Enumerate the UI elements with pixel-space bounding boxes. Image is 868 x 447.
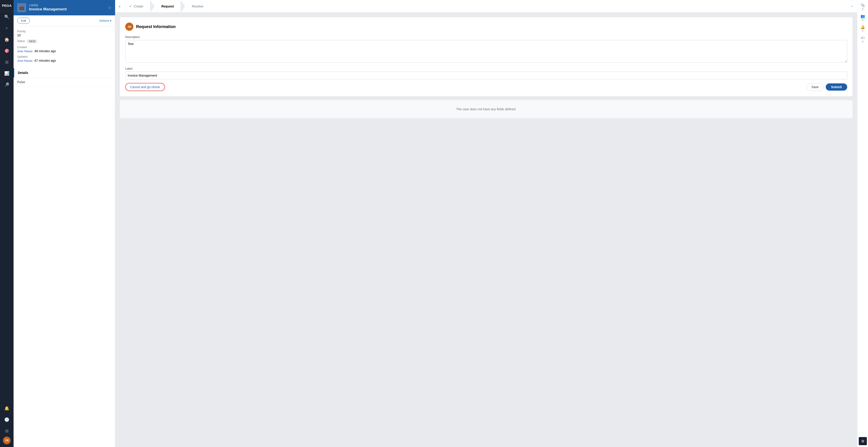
tags-icon[interactable]: 🏷 0 xyxy=(858,34,867,44)
settings-icon: ⚙ xyxy=(861,439,864,443)
save-button[interactable]: Save xyxy=(807,83,824,91)
sidebar-item-dashboard[interactable]: ⊞ xyxy=(0,57,13,68)
sidebar-item-pulse[interactable]: 🎯 xyxy=(0,45,13,57)
updated-row: Updated Jose Navas 47 minutes ago xyxy=(17,55,112,62)
created-value: Jose Navas 48 minutes ago xyxy=(17,49,112,53)
label-input[interactable] xyxy=(125,72,847,79)
form-actions: Cancel and go Home Save Submit xyxy=(125,83,847,91)
form-area: JN Request Information Description Label… xyxy=(115,13,857,447)
case-header: 💼 I-35005 Invoice Management ☆ xyxy=(13,0,115,15)
priority-label: Priority xyxy=(17,30,112,33)
case-title: Invoice Management xyxy=(29,7,105,11)
edit-button[interactable]: Edit xyxy=(17,18,30,24)
left-panel: 💼 I-35005 Invoice Management ☆ Edit Acti… xyxy=(13,0,115,447)
step-arrow-2 xyxy=(181,0,185,13)
label-field: Label xyxy=(125,67,847,79)
step-arrow-1 xyxy=(150,0,155,13)
notifications-count: 0 xyxy=(862,30,864,32)
step-request: Request xyxy=(155,0,181,13)
case-id: I-35005 xyxy=(29,4,105,7)
right-sidebar: 📎 0 👥 0 🔔 0 🏷 0 ⚙ xyxy=(857,0,868,447)
description-textarea[interactable] xyxy=(125,40,847,63)
progress-back-button[interactable]: ‹ xyxy=(119,4,121,9)
main-area: ‹ ✓ Create Request Resolve → JN Request xyxy=(115,0,857,447)
attachment-count: 0 xyxy=(862,8,864,10)
settings-button[interactable]: ⚙ xyxy=(859,437,867,445)
sidebar-item-apps[interactable]: ⊞ xyxy=(0,425,13,437)
form-card-header: JN Request Information xyxy=(125,23,847,31)
sidebar: PEGA 🔍 + 🏠 🎯 ⊞ 📊 🔎 🔔 🕐 ⊞ JN xyxy=(0,0,13,447)
case-header-info: I-35005 Invoice Management xyxy=(29,4,105,11)
created-time: 48 minutes ago xyxy=(34,49,56,53)
step-request-content: Request xyxy=(155,0,181,13)
participants-icon[interactable]: 👥 0 xyxy=(858,13,867,23)
updated-user[interactable]: Jose Navas xyxy=(17,59,33,62)
sidebar-item-notifications[interactable]: 🔔 xyxy=(0,403,13,414)
collapse-button[interactable]: → xyxy=(849,4,854,8)
updated-label: Updated xyxy=(17,55,112,58)
step-create-content: ✓ Create xyxy=(122,0,150,13)
tags-count: 0 xyxy=(862,40,864,43)
created-user[interactable]: Jose Navas xyxy=(17,50,33,53)
actions-button[interactable]: Actions ▾ xyxy=(99,19,112,22)
cancel-home-button[interactable]: Cancel and go Home xyxy=(125,83,165,91)
empty-fields-message: The case does not have any fields define… xyxy=(456,107,516,111)
tag-icon: 🏷 xyxy=(861,36,865,40)
user-avatar[interactable]: JN xyxy=(3,437,11,444)
star-icon[interactable]: ☆ xyxy=(108,5,112,10)
step-request-label: Request xyxy=(161,4,174,8)
progress-bar: ‹ ✓ Create Request Resolve → xyxy=(115,0,857,13)
created-label: Created xyxy=(17,46,112,49)
people-icon: 👥 xyxy=(861,14,865,18)
step-create: ✓ Create xyxy=(122,0,150,13)
sidebar-item-search[interactable]: 🔍 xyxy=(0,11,13,23)
description-field: Description xyxy=(125,35,847,63)
created-row: Created Jose Navas 48 minutes ago xyxy=(17,46,112,53)
step-create-label: Create xyxy=(134,4,143,8)
step-check-icon: ✓ xyxy=(129,4,132,8)
status-row: Status NEW xyxy=(17,39,112,43)
status-badge: NEW xyxy=(27,39,37,43)
form-card-title: Request Information xyxy=(136,24,176,29)
sidebar-item-history[interactable]: 🕐 xyxy=(0,414,13,425)
case-details: Priority 10 Status NEW Created Jose Nava… xyxy=(13,26,115,68)
form-avatar: JN xyxy=(125,23,133,31)
step-resolve-label: Resolve xyxy=(192,4,204,8)
bell-icon: 🔔 xyxy=(861,25,865,29)
pega-logo: PEGA xyxy=(0,0,13,11)
description-label: Description xyxy=(125,35,847,39)
status-label: Status xyxy=(17,39,25,43)
sidebar-item-explore[interactable]: 🔎 xyxy=(0,79,13,90)
participants-count: 0 xyxy=(862,19,864,21)
label-field-label: Label xyxy=(125,67,847,70)
pulse-section[interactable]: Pulse xyxy=(13,77,115,87)
notifications-icon[interactable]: 🔔 0 xyxy=(858,24,867,33)
priority-value: 10 xyxy=(17,33,112,37)
submit-button[interactable]: Submit xyxy=(826,84,847,91)
empty-fields-card: The case does not have any fields define… xyxy=(120,100,852,118)
paperclip-icon: 📎 xyxy=(861,3,865,7)
priority-row: Priority 10 xyxy=(17,30,112,37)
sidebar-item-home[interactable]: 🏠 xyxy=(0,34,13,45)
form-right-actions: Save Submit xyxy=(807,83,847,91)
step-resolve-content: Resolve xyxy=(185,0,210,13)
case-toolbar: Edit Actions ▾ xyxy=(13,15,115,26)
request-form-card: JN Request Information Description Label… xyxy=(120,17,852,96)
sidebar-item-reports[interactable]: 📊 xyxy=(0,68,13,79)
sidebar-item-create[interactable]: + xyxy=(0,23,13,34)
step-resolve: Resolve xyxy=(185,0,210,13)
updated-time: 47 minutes ago xyxy=(34,59,56,62)
actions-chevron-icon: ▾ xyxy=(110,19,112,22)
updated-value: Jose Navas 47 minutes ago xyxy=(17,59,112,62)
attachment-icon[interactable]: 📎 0 xyxy=(858,2,867,12)
details-section[interactable]: Details xyxy=(13,68,115,77)
case-type-icon: 💼 xyxy=(17,3,26,12)
